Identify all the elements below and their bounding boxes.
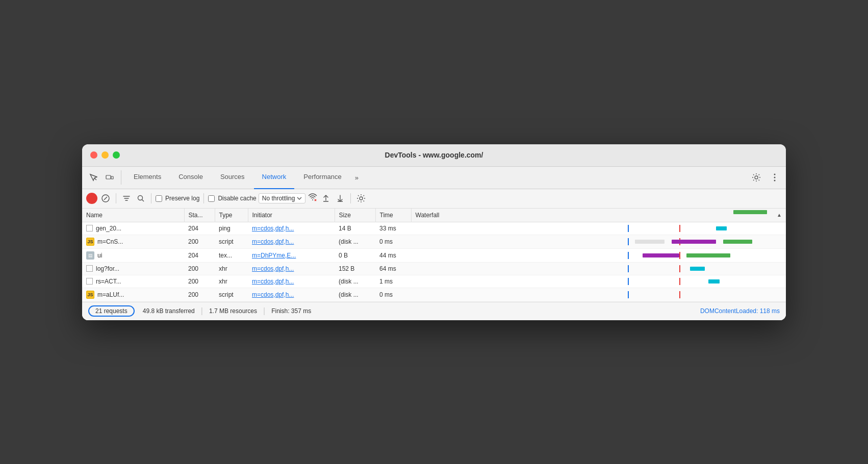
settings-gear-icon[interactable] bbox=[749, 170, 763, 185]
tab-console[interactable]: Console bbox=[170, 166, 211, 189]
svg-rect-1 bbox=[106, 175, 111, 179]
table-header-row: Name Sta... Type Initiator Size Time Wat… bbox=[82, 209, 786, 222]
tabs-right-icons bbox=[749, 170, 782, 185]
table-row[interactable]: JSm=aLUf...200scriptm=cdos,dpf,h...(disk… bbox=[82, 288, 786, 301]
initiator-link[interactable]: m=cdos,dpf,h... bbox=[252, 225, 294, 232]
type-cell: xhr bbox=[215, 275, 248, 288]
checkbox-icon bbox=[86, 265, 93, 272]
download-icon[interactable] bbox=[334, 192, 346, 204]
svg-rect-2 bbox=[111, 176, 113, 179]
svg-point-9 bbox=[138, 196, 143, 200]
wifi-icon[interactable] bbox=[308, 193, 318, 203]
separator-1 bbox=[116, 193, 116, 203]
waterfall-bar bbox=[723, 240, 753, 244]
preserve-log-input[interactable] bbox=[156, 195, 162, 202]
resource-name: log?for... bbox=[96, 265, 119, 272]
initiator-link[interactable]: m=DhPYme,E... bbox=[252, 252, 296, 259]
initiator-link[interactable]: m=cdos,dpf,h... bbox=[252, 265, 294, 272]
table-row[interactable]: gen_20...204pingm=cdos,dpf,h...14 B33 ms bbox=[82, 222, 786, 235]
resource-name: rs=ACT... bbox=[96, 278, 121, 285]
size-cell: 14 B bbox=[335, 222, 375, 235]
waterfall-cell bbox=[411, 275, 786, 288]
more-tabs-button[interactable]: » bbox=[351, 172, 363, 184]
svg-point-5 bbox=[774, 177, 776, 178]
waterfall-red-line bbox=[679, 252, 680, 259]
minimize-button[interactable] bbox=[101, 151, 109, 159]
inspect-element-icon[interactable] bbox=[86, 170, 100, 185]
more-options-icon[interactable] bbox=[768, 170, 782, 185]
separator-2 bbox=[151, 193, 151, 203]
waterfall-cell bbox=[411, 222, 786, 235]
network-settings-icon[interactable] bbox=[355, 192, 367, 204]
resource-name: m=aLUf... bbox=[97, 291, 124, 298]
size-cell: 152 B bbox=[335, 262, 375, 275]
tab-elements[interactable]: Elements bbox=[125, 166, 169, 189]
waterfall-blue-line bbox=[628, 291, 629, 298]
waterfall-red-line bbox=[679, 265, 680, 272]
device-toolbar-icon[interactable] bbox=[103, 170, 117, 185]
resource-name: gen_20... bbox=[96, 225, 121, 232]
waterfall-bar bbox=[690, 267, 705, 271]
upload-download-group bbox=[320, 192, 346, 204]
checkbox-icon bbox=[86, 278, 93, 285]
name-cell: rs=ACT... bbox=[86, 278, 180, 285]
size-cell: (disk ... bbox=[335, 235, 375, 248]
svg-line-10 bbox=[142, 200, 144, 202]
transferred-stat: 49.8 kB transferred bbox=[143, 307, 195, 315]
status-bar: 21 requests 49.8 kB transferred | 1.7 MB… bbox=[82, 302, 786, 320]
status-cell: 204 bbox=[184, 248, 215, 262]
dom-content-loaded-stat: DOMContentLoaded: 118 ms bbox=[700, 307, 780, 315]
time-cell: 44 ms bbox=[375, 248, 411, 262]
col-header-waterfall[interactable]: Waterfall ▲ bbox=[412, 209, 786, 222]
initiator-link[interactable]: m=cdos,dpf,h... bbox=[252, 291, 294, 298]
tab-network[interactable]: Network bbox=[254, 166, 295, 189]
waterfall-bar bbox=[635, 240, 665, 244]
close-button[interactable] bbox=[90, 151, 97, 159]
status-cell: 204 bbox=[184, 222, 215, 235]
time-cell: 64 ms bbox=[375, 262, 411, 275]
waterfall-cell bbox=[411, 235, 786, 248]
record-button[interactable] bbox=[86, 193, 97, 204]
throttle-select[interactable]: No throttling bbox=[259, 193, 306, 203]
resource-name: ui bbox=[97, 252, 102, 259]
tab-icons-group bbox=[86, 170, 121, 185]
network-table: Name Sta... Type Initiator Size Time Wat… bbox=[82, 209, 786, 302]
tab-performance[interactable]: Performance bbox=[295, 166, 349, 189]
preserve-log-checkbox[interactable]: Preserve log bbox=[156, 195, 199, 202]
col-header-initiator[interactable]: Initiator bbox=[248, 209, 335, 222]
upload-icon[interactable] bbox=[320, 192, 332, 204]
waterfall-cell bbox=[411, 248, 786, 262]
table-row[interactable]: JSm=CnS...200scriptm=cdos,dpf,h...(disk … bbox=[82, 235, 786, 248]
name-cell: JSm=CnS... bbox=[86, 238, 180, 246]
title-bar: DevTools - www.google.com/ bbox=[82, 144, 786, 167]
filter-icon[interactable] bbox=[120, 192, 133, 204]
type-cell: script bbox=[215, 235, 248, 248]
name-cell: log?for... bbox=[86, 265, 180, 272]
svg-point-3 bbox=[755, 176, 758, 179]
maximize-button[interactable] bbox=[113, 151, 120, 159]
search-icon[interactable] bbox=[135, 192, 147, 204]
tab-sources[interactable]: Sources bbox=[212, 166, 253, 189]
clear-icon[interactable] bbox=[99, 192, 112, 204]
col-header-name[interactable]: Name bbox=[82, 209, 184, 222]
checkbox-icon bbox=[86, 225, 93, 231]
status-cell: 200 bbox=[184, 275, 215, 288]
col-header-type[interactable]: Type bbox=[215, 209, 248, 222]
time-cell: 0 ms bbox=[375, 235, 411, 248]
disable-cache-checkbox[interactable]: Disable cache bbox=[208, 195, 256, 202]
requests-count[interactable]: 21 requests bbox=[88, 305, 135, 317]
table-row[interactable]: log?for...200xhrm=cdos,dpf,h...152 B64 m… bbox=[82, 262, 786, 275]
col-header-status[interactable]: Sta... bbox=[184, 209, 215, 222]
col-header-size[interactable]: Size bbox=[335, 209, 375, 222]
disable-cache-input[interactable] bbox=[208, 195, 215, 202]
waterfall-red-line bbox=[679, 291, 680, 298]
size-cell: 0 B bbox=[335, 248, 375, 262]
tabs-bar: Elements Console Sources Network Perform… bbox=[82, 167, 786, 189]
initiator-link[interactable]: m=cdos,dpf,h... bbox=[252, 278, 294, 285]
col-header-time[interactable]: Time bbox=[375, 209, 411, 222]
svg-point-6 bbox=[774, 180, 776, 182]
svg-line-8 bbox=[104, 197, 107, 200]
table-row[interactable]: ▤ui204tex...m=DhPYme,E...0 B44 ms bbox=[82, 248, 786, 262]
table-row[interactable]: rs=ACT...200xhrm=cdos,dpf,h...(disk ...1… bbox=[82, 275, 786, 288]
initiator-link[interactable]: m=cdos,dpf,h... bbox=[252, 238, 294, 245]
